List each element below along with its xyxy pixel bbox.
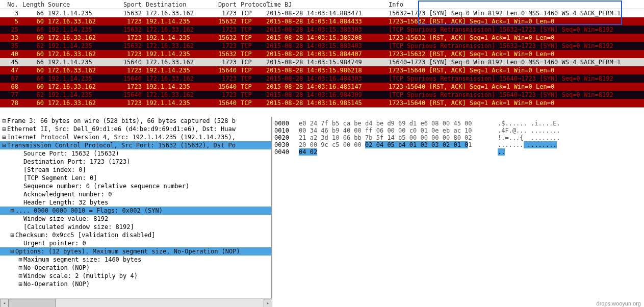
cell-len: 66 xyxy=(20,25,46,34)
cell-src: 192.1.14.235 xyxy=(46,25,112,34)
tree-node[interactable]: [TCP Segment Len: 0] xyxy=(0,174,271,182)
col-dport[interactable]: Dport xyxy=(210,0,239,9)
cell-len: 60 xyxy=(20,50,46,58)
tree-toggle-icon[interactable]: ⊞ xyxy=(9,207,15,214)
hex-row[interactable]: 002021 a2 3d 10 06 bb 7b 5f 14 b5 00 00 … xyxy=(274,134,642,141)
tree-node[interactable]: ⊞.... 0000 0000 0010 = Flags: 0x002 (SYN… xyxy=(0,207,271,215)
tree-node[interactable]: Sequence number: 0 (relative sequence nu… xyxy=(0,182,271,190)
tree-toggle-icon[interactable]: ⊞ xyxy=(17,256,23,263)
col-time[interactable]: Time BJ xyxy=(264,0,387,9)
cell-time: 2015-08-28 14:03:15.884407 xyxy=(264,50,387,58)
tree-toggle-icon[interactable]: ⊞ xyxy=(9,232,15,239)
col-no[interactable]: No. xyxy=(0,0,20,9)
tree-toggle-icon[interactable]: ⊞ xyxy=(17,264,23,271)
tree-node[interactable]: ⊞Maximum segment size: 1460 bytes xyxy=(0,255,271,264)
tree-toggle-icon xyxy=(17,215,23,222)
col-info[interactable]: Info xyxy=(387,0,644,9)
cell-len: 62 xyxy=(20,91,46,99)
cell-len: 66 xyxy=(20,58,46,66)
scroll-right-icon[interactable]: ▸ xyxy=(264,299,272,308)
cell-proto: TCP xyxy=(239,34,264,42)
cell-proto: TCP xyxy=(239,50,264,58)
tree-toggle-icon[interactable]: ⊞ xyxy=(1,117,7,124)
tree-toggle-icon[interactable]: ⊞ xyxy=(17,272,23,279)
scroll-thumb[interactable] xyxy=(9,299,56,308)
col-sport[interactable]: Sport xyxy=(112,0,144,9)
packet-details-pane[interactable]: ⊞Frame 3: 66 bytes on wire (528 bits), 6… xyxy=(0,117,272,305)
tree-node[interactable]: ⊞Checksum: 0x9cc5 [validation disabled] xyxy=(0,231,271,239)
tree-node[interactable]: Urgent pointer: 0 xyxy=(0,239,271,247)
cell-src: 172.16.33.162 xyxy=(46,17,112,25)
cell-dst: 172.16.33.162 xyxy=(144,58,210,66)
horizontal-scrollbar[interactable]: ◂ ▸ xyxy=(0,298,272,307)
tree-node[interactable]: ⊟Transmission Control Protocol, Src Port… xyxy=(0,141,271,149)
hex-row[interactable]: 004004 02.. xyxy=(274,148,642,156)
tree-toggle-icon[interactable]: ⊞ xyxy=(17,280,23,288)
hex-offset: 0030 xyxy=(274,141,299,148)
hex-row[interactable]: 003020 00 9c c5 00 00 02 04 05 b4 01 03 … xyxy=(274,141,642,148)
packet-row[interactable]: 560172.16.33.1621723192.1.14.23515632TCP… xyxy=(0,17,644,25)
tree-toggle-icon xyxy=(17,199,23,206)
cell-len: 60 xyxy=(20,83,46,91)
tree-node[interactable]: Destination Port: 1723 (1723) xyxy=(0,158,271,166)
tree-toggle-icon[interactable]: ⊟ xyxy=(1,142,7,149)
tree-toggle-icon[interactable]: ⊞ xyxy=(1,125,7,133)
tree-node[interactable]: ⊞Frame 3: 66 bytes on wire (528 bits), 6… xyxy=(0,117,271,125)
cell-info: [TCP Spurious Retransmission] 15632→1723… xyxy=(387,25,644,34)
tree-node[interactable]: ⊞No-Operation (NOP) xyxy=(0,280,271,288)
cell-info: 15640→1723 [SYN] Seq=0 Win=8192 Len=0 MS… xyxy=(387,58,644,66)
tree-node[interactable]: [Stream index: 0] xyxy=(0,166,271,174)
hex-ascii: .4F.@... ........ xyxy=(498,127,642,134)
packet-row[interactable]: 366192.1.14.23515632172.16.33.1621723TCP… xyxy=(0,9,644,17)
col-len[interactable]: Length xyxy=(20,0,46,9)
tree-node[interactable]: ⊟Options: (12 bytes), Maximum segment si… xyxy=(0,247,271,255)
hex-row[interactable]: 0000e0 24 7f b5 ca be d4 be d9 69 d1 e6 … xyxy=(274,120,642,127)
packet-row[interactable]: 7860172.16.33.1621723192.1.14.23515640TC… xyxy=(0,99,644,107)
tree-node[interactable]: Header Length: 32 bytes xyxy=(0,198,271,207)
tree-toggle-icon[interactable]: ⊟ xyxy=(9,248,15,255)
tree-toggle-icon xyxy=(17,183,23,190)
cell-proto: TCP xyxy=(239,42,264,50)
scroll-left-icon[interactable]: ◂ xyxy=(0,299,9,308)
tree-toggle-icon xyxy=(17,150,23,157)
cell-no: 33 xyxy=(0,34,20,42)
tree-node[interactable]: ⊞Ethernet II, Src: Dell_69:d1:e6 (d4:be:… xyxy=(0,125,271,133)
tree-node[interactable]: ⊞No-Operation (NOP) xyxy=(0,264,271,272)
packet-row[interactable]: 3562192.1.14.23515632172.16.33.1621723TC… xyxy=(0,42,644,50)
hex-row[interactable]: 001000 34 46 b9 40 00 ff 06 00 00 c0 01 … xyxy=(274,127,642,134)
cell-proto: TCP xyxy=(239,58,264,66)
scroll-track[interactable] xyxy=(9,299,264,308)
cell-info: 1723→15640 [RST, ACK] Seq=1 Ack=1 Win=0 … xyxy=(387,83,644,91)
packet-bytes-pane[interactable]: 0000e0 24 7f b5 ca be d4 be d9 69 d1 e6 … xyxy=(272,117,644,305)
packet-row[interactable]: 6860172.16.33.1621723192.1.14.23515640TC… xyxy=(0,83,644,91)
tree-node[interactable]: [Calculated window size: 8192] xyxy=(0,223,271,231)
tree-toggle-icon[interactable]: ⊞ xyxy=(1,134,7,141)
tree-node[interactable]: Source Port: 15632 (15632) xyxy=(0,149,271,158)
tree-label: Ethernet II, Src: Dell_69:d1:e6 (d4:be:d… xyxy=(7,125,236,133)
packet-list-header[interactable]: No. Length Source Sport Destination Dpor… xyxy=(0,0,644,9)
cell-dport: 15640 xyxy=(210,83,239,91)
packet-list[interactable]: No. Length Source Sport Destination Dpor… xyxy=(0,0,644,108)
packet-row[interactable]: 6766192.1.14.23515640172.16.33.1621723TC… xyxy=(0,74,644,83)
col-dst[interactable]: Destination xyxy=(144,0,210,9)
col-proto[interactable]: Protocol xyxy=(239,0,264,9)
packet-row[interactable]: 2566192.1.14.23515632172.16.33.1621723TC… xyxy=(0,25,644,34)
tree-node[interactable]: Acknowledgment number: 0 xyxy=(0,190,271,198)
packet-row[interactable]: 3360172.16.33.1621723192.1.14.23515632TC… xyxy=(0,34,644,42)
col-src[interactable]: Source xyxy=(46,0,112,9)
packet-row[interactable]: 4060172.16.33.1621723192.1.14.23515632TC… xyxy=(0,50,644,58)
cell-time: 2015-08-28 14:03:15.984749 xyxy=(264,58,387,66)
tree-label: No-Operation (NOP) xyxy=(23,280,90,288)
cell-len: 60 xyxy=(20,99,46,107)
cell-dst: 192.1.14.235 xyxy=(144,83,210,91)
packet-row[interactable]: 4566192.1.14.23515640172.16.33.1621723TC… xyxy=(0,58,644,66)
cell-time: 2015-08-28 14:03:16.984309 xyxy=(264,91,387,99)
cell-time: 2015-08-28 14:03:16.485147 xyxy=(264,83,387,91)
tree-node[interactable]: ⊞Window scale: 2 (multiply by 4) xyxy=(0,272,271,280)
packet-row[interactable]: 4760172.16.33.1621723192.1.14.23515640TC… xyxy=(0,66,644,74)
packet-row[interactable]: 7762192.1.14.23515640172.16.33.1621723TC… xyxy=(0,91,644,99)
cell-src: 192.1.14.235 xyxy=(46,91,112,99)
tree-node[interactable]: ⊞Internet Protocol Version 4, Src: 192.1… xyxy=(0,133,271,141)
tree-node[interactable]: Window size value: 8192 xyxy=(0,215,271,223)
hex-ascii: .$...... .i....E. xyxy=(498,120,642,127)
